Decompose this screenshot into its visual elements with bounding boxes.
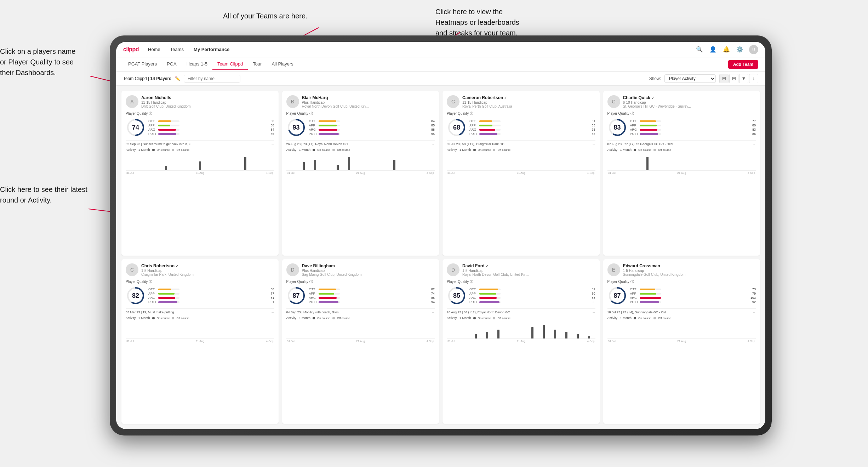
activity-header: Activity · 1 Month On course Off course: [126, 316, 274, 320]
last-round[interactable]: 02 Jul 23 | 59 (+17), Craigmillar Park G…: [447, 140, 595, 146]
chart-labels: 31 Jul21 Aug4 Sep: [607, 340, 756, 343]
quality-circle[interactable]: 74: [126, 118, 145, 137]
avatar[interactable]: U: [749, 45, 758, 54]
chart-area: [447, 153, 595, 171]
stat-value-app: 80: [590, 292, 595, 295]
nav-home[interactable]: Home: [147, 45, 161, 53]
edit-icon[interactable]: ✏️: [175, 76, 180, 81]
stat-bar-app: [319, 125, 340, 126]
chart-date-label: 31 Jul: [608, 171, 616, 175]
player-name[interactable]: Edward Crossman: [623, 263, 756, 268]
player-name[interactable]: Aaron Nicholls: [141, 95, 274, 100]
view-sort[interactable]: ↕: [749, 74, 758, 83]
stat-label-arg: ARG: [469, 128, 479, 131]
chart-date-label: 21 Aug: [356, 340, 365, 343]
nav-icons: 🔍 👤 🔔 ⚙️ U: [695, 45, 758, 54]
last-round-text: 07 Aug 23 | 77 (+7), St George's Hill GC…: [607, 142, 675, 146]
add-team-button[interactable]: Add Team: [728, 60, 758, 69]
quality-circle[interactable]: 83: [607, 118, 627, 137]
quality-score: 87: [292, 292, 299, 300]
player-club: Drift Golf Club, United Kingdom: [141, 104, 274, 108]
quality-circle[interactable]: 93: [286, 118, 306, 137]
off-course-label: Off course: [497, 317, 510, 320]
player-card[interactable]: CCameron Robertson ✓11-15 HandicapRoyal …: [442, 91, 600, 256]
activity-label: Activity · 1 Month: [286, 316, 311, 320]
stat-label-ott: OTT: [630, 287, 640, 291]
player-card[interactable]: EEdward Crossman1-5 HandicapSunningdale …: [603, 259, 760, 424]
quality-section: 87 OTT73APP79ARG103PUTT92: [607, 286, 756, 306]
subnav-all-players[interactable]: All Players: [267, 58, 298, 70]
player-card[interactable]: CCharlie Quick ✓6-10 HandicapSt. George'…: [603, 91, 760, 256]
stat-label-putt: PUTT: [630, 300, 640, 304]
nav-my-performance[interactable]: My Performance: [193, 45, 230, 53]
quality-score: 85: [453, 292, 460, 300]
last-round[interactable]: 07 Aug 23 | 77 (+7), St George's Hill GC…: [607, 140, 756, 146]
search-icon[interactable]: 🔍: [695, 45, 704, 54]
player-card[interactable]: AAaron Nicholls11-15 HandicapDrift Golf …: [121, 91, 279, 256]
search-input[interactable]: [184, 75, 240, 82]
last-round[interactable]: 18 Jul 23 | 74 (+4), Sunningdale GC - Ol…: [607, 308, 756, 314]
subnav-hcaps[interactable]: Hcaps 1-5: [182, 58, 212, 70]
quality-circle[interactable]: 82: [126, 286, 145, 306]
stat-bar-putt: [640, 301, 661, 303]
quality-circle[interactable]: 87: [607, 286, 627, 306]
player-name[interactable]: Chris Robertson ✓: [141, 263, 274, 268]
quality-circle[interactable]: 68: [447, 118, 467, 137]
view-grid-3[interactable]: ⊟: [729, 74, 738, 83]
bar-group: [344, 157, 355, 170]
subnav-tour[interactable]: Tour: [248, 58, 267, 70]
stat-value-app: 74: [430, 292, 435, 295]
player-name[interactable]: Charlie Quick ✓: [623, 95, 756, 100]
player-handicap: Plus Handicap: [302, 101, 435, 104]
chart-date-label: 4 Sep: [427, 171, 434, 175]
view-filter[interactable]: ▼: [739, 74, 748, 83]
stat-value-arg: 83: [590, 296, 595, 300]
quality-label: Player Quality ⓘ: [447, 111, 595, 116]
stat-bar-arg: [319, 297, 340, 299]
subnav-team-clippd[interactable]: Team Clippd: [212, 58, 248, 70]
on-course-label: On course: [478, 148, 491, 152]
person-icon[interactable]: 👤: [709, 45, 717, 54]
player-card[interactable]: DDavid Ford ✓1-5 HandicapRoyal North Dev…: [442, 259, 600, 424]
player-club: Sunningdale Golf Club, United Kingdom: [623, 273, 756, 277]
stat-label-ott: OTT: [630, 119, 640, 123]
stat-bar-app: [158, 125, 179, 126]
player-club: Royal North Devon Golf Club, United Kin.…: [302, 104, 435, 108]
nav-teams[interactable]: Teams: [170, 45, 184, 53]
quality-circle[interactable]: 85: [447, 286, 467, 306]
stat-label-ott: OTT: [148, 119, 158, 123]
settings-icon[interactable]: ⚙️: [736, 45, 744, 54]
chart-date-label: 4 Sep: [748, 340, 755, 343]
chart-area: [286, 153, 435, 171]
player-card[interactable]: BBlair McHargPlus HandicapRoyal North De…: [282, 91, 439, 256]
avatar: C: [607, 95, 620, 108]
quality-circle[interactable]: 87: [286, 286, 306, 306]
activity-section: Activity · 1 Month On course Off course …: [126, 148, 274, 175]
subnav-pgat[interactable]: PGAT Players: [123, 58, 162, 70]
last-round[interactable]: 26 Aug 23 | 73 (+1), Royal North Devon G…: [286, 140, 435, 146]
quality-score: 74: [132, 124, 139, 131]
stat-value-arg: 88: [430, 128, 435, 131]
stat-value-putt: 91: [269, 300, 274, 304]
show-select[interactable]: Player Activity Quality Score Trend: [664, 74, 716, 83]
last-round[interactable]: 02 Sep 23 | Sunset round to get back int…: [126, 140, 274, 146]
player-name[interactable]: Blair McHarg: [302, 95, 435, 100]
activity-header: Activity · 1 Month On course Off course: [286, 148, 435, 152]
view-grid-2[interactable]: ⊞: [719, 74, 729, 83]
player-name[interactable]: Cameron Robertson ✓: [462, 95, 595, 100]
last-round[interactable]: 04 Sep 23 | Mobility with coach, Gym→: [286, 308, 435, 314]
player-name[interactable]: David Ford ✓: [462, 263, 595, 268]
player-card[interactable]: CChris Robertson ✓1-5 HandicapCraigmilla…: [121, 259, 279, 424]
stat-value-app: 58: [269, 124, 274, 127]
last-round[interactable]: 26 Aug 23 | 84 (+12), Royal North Devon …: [447, 308, 595, 314]
last-round-text: 18 Jul 23 | 74 (+4), Sunningdale GC - Ol…: [607, 311, 666, 314]
player-name[interactable]: Dave Billingham: [302, 263, 435, 268]
last-round[interactable]: 03 Mar 23 | 19, Must make putting→: [126, 308, 274, 314]
bell-icon[interactable]: 🔔: [722, 45, 731, 54]
stat-bar-putt: [479, 301, 501, 303]
stat-value-app: 79: [749, 292, 756, 295]
player-card[interactable]: DDave BillinghamPlus HandicapSag Maing G…: [282, 259, 439, 424]
subnav-pga[interactable]: PGA: [162, 58, 181, 70]
stat-value-ott: 84: [430, 119, 435, 123]
activity-label: Activity · 1 Month: [607, 316, 632, 320]
